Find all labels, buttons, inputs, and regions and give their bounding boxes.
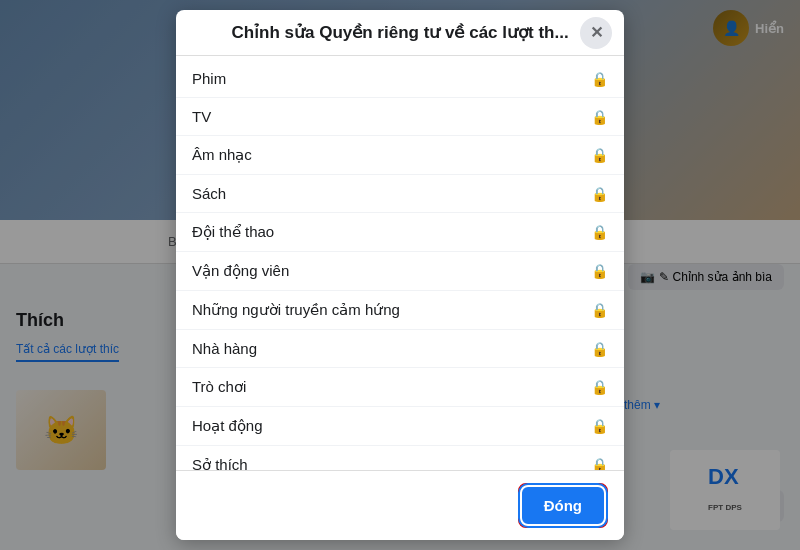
list-item: Phim 🔒 xyxy=(176,60,624,98)
list-item: Sách 🔒 xyxy=(176,175,624,213)
modal-title: Chỉnh sửa Quyền riêng tư về các lượt th.… xyxy=(231,22,568,43)
lock-icon: 🔒 xyxy=(591,186,608,202)
item-label-sothich: Sở thích xyxy=(192,456,248,470)
modal-backdrop: Chỉnh sửa Quyền riêng tư về các lượt th.… xyxy=(0,0,800,550)
list-item: Sở thích 🔒 xyxy=(176,446,624,470)
lock-icon: 🔒 xyxy=(591,418,608,434)
lock-icon: 🔒 xyxy=(591,302,608,318)
lock-icon: 🔒 xyxy=(591,147,608,163)
item-label-nhahang: Nhà hàng xyxy=(192,340,257,357)
modal-header: Chỉnh sửa Quyền riêng tư về các lượt th.… xyxy=(176,10,624,56)
list-item: TV 🔒 xyxy=(176,98,624,136)
privacy-modal: Chỉnh sửa Quyền riêng tư về các lượt th.… xyxy=(176,10,624,540)
item-label-hoatdong: Hoạt động xyxy=(192,417,263,435)
list-item: Vận động viên 🔒 xyxy=(176,252,624,291)
list-item: Những người truyền cảm hứng 🔒 xyxy=(176,291,624,330)
lock-icon: 🔒 xyxy=(591,109,608,125)
list-item: Hoạt động 🔒 xyxy=(176,407,624,446)
list-item: Trò chơi 🔒 xyxy=(176,368,624,407)
item-label-phim: Phim xyxy=(192,70,226,87)
item-label-sach: Sách xyxy=(192,185,226,202)
list-item: Đội thể thao 🔒 xyxy=(176,213,624,252)
item-label-doithethao: Đội thể thao xyxy=(192,223,274,241)
modal-body[interactable]: Phim 🔒 TV 🔒 Âm nhạc 🔒 Sách 🔒 Đội thể tha… xyxy=(176,56,624,470)
close-button-highlight: Đóng xyxy=(518,483,608,528)
item-label-tv: TV xyxy=(192,108,211,125)
lock-icon: 🔒 xyxy=(591,341,608,357)
done-button[interactable]: Đóng xyxy=(522,487,604,524)
close-icon-button[interactable]: ✕ xyxy=(580,17,612,49)
lock-icon: 🔒 xyxy=(591,457,608,470)
modal-footer: Đóng xyxy=(176,470,624,540)
lock-icon: 🔒 xyxy=(591,379,608,395)
item-label-trochoi: Trò chơi xyxy=(192,378,246,396)
item-label-nguoicamhung: Những người truyền cảm hứng xyxy=(192,301,400,319)
lock-icon: 🔒 xyxy=(591,224,608,240)
lock-icon: 🔒 xyxy=(591,263,608,279)
lock-icon: 🔒 xyxy=(591,71,608,87)
list-item: Nhà hàng 🔒 xyxy=(176,330,624,368)
item-label-amnhac: Âm nhạc xyxy=(192,146,252,164)
list-item: Âm nhạc 🔒 xyxy=(176,136,624,175)
item-label-vandongvien: Vận động viên xyxy=(192,262,289,280)
